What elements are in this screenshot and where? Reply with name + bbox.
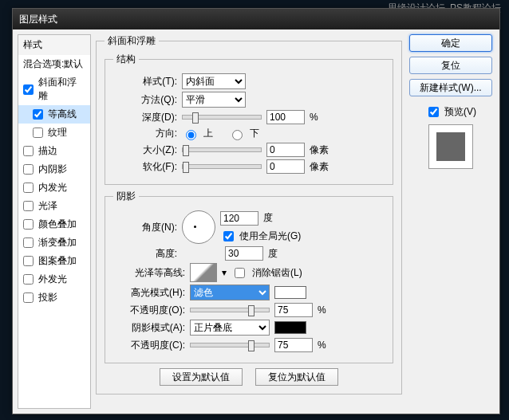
highlight-mode-label: 高光模式(H): — [113, 286, 185, 300]
soften-slider[interactable] — [182, 164, 262, 169]
style-label: 样式(T): — [113, 75, 177, 88]
preview-swatch — [428, 124, 473, 169]
opacity1-label: 不透明度(O): — [113, 304, 185, 317]
sidebar-check-10[interactable] — [23, 274, 34, 285]
antialias-label: 消除锯齿(L) — [252, 266, 302, 280]
sidebar-item-2[interactable]: 纹理 — [18, 124, 90, 142]
style-select[interactable]: 内斜面 — [182, 73, 246, 89]
sidebar-label-10: 外发光 — [38, 273, 67, 286]
technique-select[interactable]: 平滑 — [182, 92, 246, 108]
sidebar-item-4[interactable]: 内阴影 — [18, 160, 90, 179]
sidebar-item-1[interactable]: 等高线 — [18, 105, 90, 124]
sidebar-label-1: 等高线 — [48, 108, 77, 121]
opacity2-input[interactable] — [274, 338, 313, 352]
sidebar-label-4: 内阴影 — [38, 163, 67, 176]
direction-down-radio[interactable] — [232, 130, 243, 140]
reset-default-button[interactable]: 复位为默认值 — [255, 368, 338, 386]
sidebar-check-11[interactable] — [23, 292, 34, 303]
panel-title: 斜面和浮雕 — [105, 34, 159, 48]
sidebar-label-8: 渐变叠加 — [38, 236, 77, 249]
sidebar-check-6[interactable] — [23, 201, 34, 211]
sidebar-label-11: 投影 — [38, 291, 57, 304]
sidebar-item-0[interactable]: 斜面和浮雕 — [18, 73, 90, 105]
sidebar-item-7[interactable]: 颜色叠加 — [18, 215, 90, 234]
opacity1-slider[interactable] — [190, 308, 270, 312]
sidebar-check-5[interactable] — [23, 183, 34, 193]
px-unit: 像素 — [310, 143, 329, 157]
direction-up-label: 上 — [203, 127, 213, 140]
altitude-input[interactable] — [225, 246, 263, 261]
angle-input[interactable] — [220, 211, 258, 226]
highlight-mode-select[interactable]: 滤色 — [190, 285, 270, 300]
opacity2-slider[interactable] — [190, 343, 270, 347]
sidebar-label-5: 内发光 — [38, 181, 67, 194]
shadow-mode-select[interactable]: 正片叠底 — [190, 320, 270, 336]
depth-slider[interactable] — [182, 115, 262, 120]
sidebar-check-8[interactable] — [23, 237, 34, 248]
sidebar-label-3: 描边 — [38, 144, 57, 158]
sidebar-label-7: 颜色叠加 — [38, 218, 77, 231]
sidebar-check-9[interactable] — [23, 256, 34, 266]
percent-unit: % — [310, 112, 318, 123]
right-buttons: 确定 复位 新建样式(W)... 预览(V) — [407, 34, 495, 409]
sidebar-check-4[interactable] — [23, 164, 34, 175]
sidebar-header: 样式 — [18, 35, 90, 55]
structure-group: 结构 样式(T): 内斜面 方法(Q): 平滑 深度(D): % — [105, 53, 393, 185]
depth-input[interactable] — [266, 110, 305, 124]
sidebar-blend-options[interactable]: 混合选项:默认 — [18, 55, 90, 73]
shadow-color-swatch[interactable] — [274, 321, 306, 334]
preview-check[interactable] — [428, 107, 439, 117]
layer-style-dialog: 图层样式 样式 混合选项:默认 斜面和浮雕等高线纹理描边内阴影内发光光泽颜色叠加… — [12, 8, 500, 414]
sidebar-label-6: 光泽 — [38, 199, 57, 213]
soften-input[interactable] — [266, 159, 305, 174]
antialias-check[interactable] — [235, 268, 245, 278]
depth-label: 深度(D): — [113, 111, 177, 124]
sidebar-item-6[interactable]: 光泽 — [18, 197, 90, 215]
size-input[interactable] — [266, 143, 305, 157]
px-unit2: 像素 — [310, 160, 329, 174]
shadow-mode-label: 阴影模式(A): — [113, 321, 185, 335]
shading-legend: 阴影 — [113, 190, 139, 203]
sidebar-label-9: 图案叠加 — [38, 254, 77, 268]
shading-group: 阴影 角度(N): 度 使用全局光(G) — [105, 190, 393, 363]
new-style-button[interactable]: 新建样式(W)... — [409, 79, 492, 96]
opacity2-label: 不透明度(C): — [113, 339, 185, 352]
highlight-color-swatch[interactable] — [274, 286, 306, 299]
panel-fieldset: 斜面和浮雕 结构 样式(T): 内斜面 方法(Q): 平滑 深度(D): — [96, 34, 402, 394]
global-light-label: 使用全局光(G) — [239, 230, 301, 243]
sidebar-label-0: 斜面和浮雕 — [38, 76, 85, 103]
sidebar-check-3[interactable] — [23, 146, 34, 156]
sidebar-check-2[interactable] — [33, 128, 43, 138]
structure-legend: 结构 — [113, 53, 139, 66]
cancel-button[interactable]: 复位 — [409, 57, 492, 74]
opacity1-input[interactable] — [274, 303, 313, 317]
soften-label: 软化(F): — [113, 160, 177, 174]
angle-dial[interactable] — [182, 210, 215, 244]
sidebar-check-0[interactable] — [23, 84, 34, 95]
sidebar-item-5[interactable]: 内发光 — [18, 179, 90, 197]
direction-label: 方向: — [113, 127, 177, 140]
global-light-check[interactable] — [223, 231, 234, 241]
direction-down-label: 下 — [250, 127, 259, 140]
sidebar-item-10[interactable]: 外发光 — [18, 270, 90, 289]
titlebar[interactable]: 图层样式 — [13, 9, 499, 29]
make-default-button[interactable]: 设置为默认值 — [160, 368, 243, 386]
deg-unit2: 度 — [268, 247, 278, 261]
gloss-label: 光泽等高线: — [113, 266, 185, 280]
sidebar-check-1[interactable] — [33, 109, 43, 120]
sidebar-check-7[interactable] — [23, 219, 34, 230]
size-slider[interactable] — [182, 147, 262, 152]
sidebar-item-8[interactable]: 渐变叠加 — [18, 234, 90, 252]
sidebar-item-11[interactable]: 投影 — [18, 289, 90, 307]
chevron-down-icon[interactable]: ▾ — [222, 267, 227, 278]
footer-buttons: 设置为默认值 复位为默认值 — [105, 368, 393, 386]
technique-label: 方法(Q): — [113, 93, 177, 107]
preview-label: 预览(V) — [444, 105, 476, 119]
altitude-label: 高度: — [113, 247, 177, 261]
sidebar-item-3[interactable]: 描边 — [18, 142, 90, 160]
ok-button[interactable]: 确定 — [409, 34, 492, 52]
gloss-contour-swatch[interactable] — [190, 263, 217, 282]
sidebar-label-2: 纹理 — [48, 126, 67, 139]
direction-up-radio[interactable] — [186, 130, 196, 140]
sidebar-item-9[interactable]: 图案叠加 — [18, 252, 90, 270]
